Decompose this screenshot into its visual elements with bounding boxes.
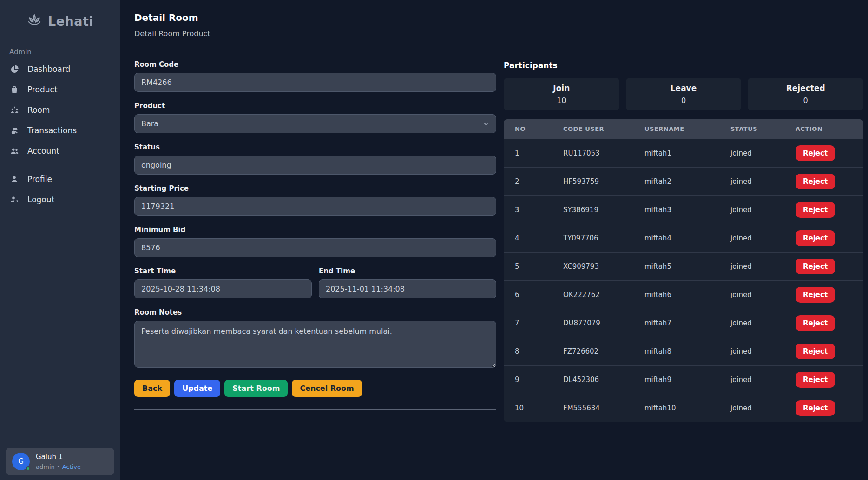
end-time-label: End Time — [319, 267, 496, 275]
page-title: Detail Room — [134, 12, 863, 23]
cell-code-user: DU877079 — [552, 309, 633, 337]
cell-action: Reject — [784, 195, 863, 224]
reject-button[interactable]: Reject — [796, 230, 835, 246]
table-row: 9 DL452306 miftah9 joined Reject — [504, 365, 863, 394]
cell-action: Reject — [784, 167, 863, 195]
starting-price-input[interactable] — [134, 197, 496, 216]
back-button[interactable]: Back — [134, 380, 170, 397]
avatar: G — [12, 453, 30, 470]
cell-no: 3 — [504, 195, 552, 224]
column-header-action: ACTION — [784, 119, 863, 139]
summary-value: 0 — [803, 96, 808, 105]
cell-username: miftah10 — [633, 394, 719, 422]
product-label: Product — [134, 102, 496, 110]
reject-button[interactable]: Reject — [796, 259, 835, 274]
cell-no: 1 — [504, 139, 552, 167]
cell-status: joined — [719, 337, 784, 365]
reject-button[interactable]: Reject — [796, 174, 835, 189]
room-code-input[interactable] — [134, 73, 496, 92]
user-role: admin — [36, 463, 55, 470]
sidebar-item-label: Product — [27, 85, 58, 94]
cell-code-user: DL452306 — [552, 365, 633, 394]
room-code-label: Room Code — [134, 60, 496, 69]
product-select[interactable]: Bara — [134, 114, 496, 133]
cell-username: miftah2 — [633, 167, 719, 195]
sidebar-item-logout[interactable]: Logout — [0, 189, 120, 210]
sidebar-item-transactions[interactable]: Transactions — [0, 120, 120, 141]
summary-label: Join — [553, 84, 570, 93]
cell-status: joined — [719, 365, 784, 394]
cancel-room-button[interactable]: Cencel Room — [292, 380, 362, 397]
reject-button[interactable]: Reject — [796, 315, 835, 331]
status-input[interactable] — [134, 156, 496, 175]
summary-card-rejected: Rejected 0 — [748, 78, 863, 110]
sidebar-item-room[interactable]: Room — [0, 100, 120, 120]
pie-chart-icon — [9, 65, 20, 74]
table-row: 1 RU117053 miftah1 joined Reject — [504, 139, 863, 167]
cell-action: Reject — [784, 252, 863, 280]
cell-no: 4 — [504, 224, 552, 252]
cell-no: 7 — [504, 309, 552, 337]
table-header-row: NO CODE USER USERNAME STATUS ACTION — [504, 119, 863, 139]
reject-button[interactable]: Reject — [796, 145, 835, 161]
sidebar-item-account[interactable]: Account — [0, 141, 120, 161]
product-select-value: Bara — [141, 119, 158, 128]
cell-status: joined — [719, 252, 784, 280]
participants-summary: Join 10 Leave 0 Rejected 0 — [504, 78, 863, 110]
room-notes-label: Room Notes — [134, 308, 496, 317]
table-row: 8 FZ726602 miftah8 joined Reject — [504, 337, 863, 365]
start-room-button[interactable]: Start Room — [224, 380, 288, 397]
room-notes-textarea[interactable]: Peserta diwajibkan membaca syarat dan ke… — [134, 321, 496, 368]
status-label: Status — [134, 143, 496, 151]
start-time-input[interactable] — [134, 279, 312, 298]
cell-status: joined — [719, 280, 784, 309]
sidebar-item-profile[interactable]: Profile — [0, 169, 120, 189]
reject-button[interactable]: Reject — [796, 400, 835, 416]
cell-status: joined — [719, 139, 784, 167]
summary-label: Rejected — [786, 84, 825, 93]
cell-no: 8 — [504, 337, 552, 365]
reject-button[interactable]: Reject — [796, 287, 835, 303]
reject-button[interactable]: Reject — [796, 372, 835, 388]
cell-status: joined — [719, 224, 784, 252]
cell-username: miftah8 — [633, 337, 719, 365]
sidebar-item-label: Room — [27, 105, 50, 115]
summary-value: 10 — [557, 96, 566, 105]
sidebar-item-label: Transactions — [27, 126, 77, 135]
cell-action: Reject — [784, 224, 863, 252]
sidebar-item-dashboard[interactable]: Dashboard — [0, 59, 120, 79]
sidebar-divider — [5, 165, 115, 165]
participants-title: Participants — [504, 61, 863, 70]
reject-button[interactable]: Reject — [796, 202, 835, 218]
main-content: Detail Room Detail Room Product Room Cod… — [120, 0, 868, 480]
starting-price-label: Starting Price — [134, 184, 496, 193]
brand-name: Lehati — [48, 14, 93, 28]
cell-no: 9 — [504, 365, 552, 394]
table-row: 3 SY386919 miftah3 joined Reject — [504, 195, 863, 224]
cell-action: Reject — [784, 280, 863, 309]
cell-no: 2 — [504, 167, 552, 195]
user-profile-card[interactable]: G Galuh 1 admin • Active — [6, 448, 114, 475]
minimum-bid-input[interactable] — [134, 238, 496, 257]
table-row: 6 OK222762 miftah6 joined Reject — [504, 280, 863, 309]
cell-code-user: XC909793 — [552, 252, 633, 280]
summary-label: Leave — [671, 84, 697, 93]
user-meta: admin • Active — [36, 463, 81, 470]
user-name: Galuh 1 — [36, 453, 81, 461]
column-header-status: STATUS — [719, 119, 784, 139]
cell-status: joined — [719, 195, 784, 224]
participants-table: NO CODE USER USERNAME STATUS ACTION 1 RU… — [504, 119, 863, 422]
column-header-username: USERNAME — [633, 119, 719, 139]
sidebar-item-product[interactable]: Product — [0, 79, 120, 100]
cell-username: miftah6 — [633, 280, 719, 309]
cell-code-user: OK222762 — [552, 280, 633, 309]
sidebar-item-label: Logout — [27, 195, 54, 204]
cell-action: Reject — [784, 394, 863, 422]
update-button[interactable]: Update — [174, 380, 220, 397]
logout-icon — [9, 195, 20, 204]
reject-button[interactable]: Reject — [796, 344, 835, 359]
online-status-dot — [26, 466, 31, 471]
cell-status: joined — [719, 394, 784, 422]
end-time-input[interactable] — [319, 279, 496, 298]
users-icon — [9, 147, 20, 156]
